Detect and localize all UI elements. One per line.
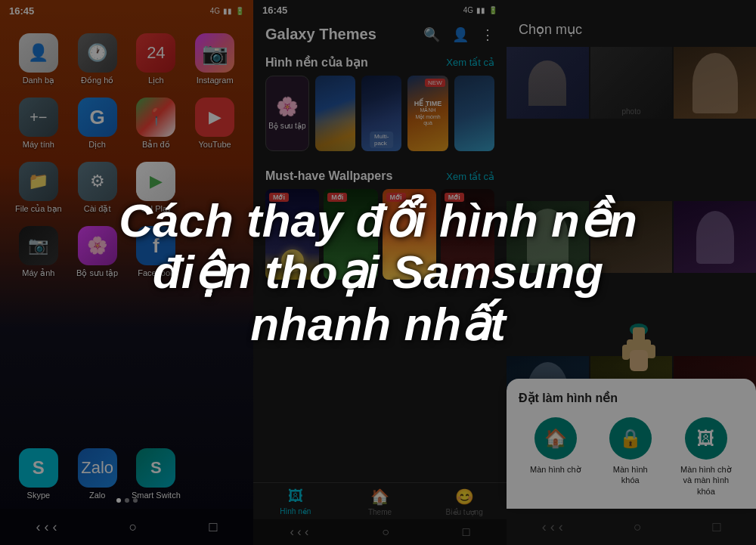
maps-icon: 📍 bbox=[136, 98, 175, 137]
app-label: Lịch bbox=[148, 76, 164, 85]
right-title: Chọn mục bbox=[519, 22, 582, 37]
smartswitch-icon: S bbox=[136, 448, 175, 488]
right-home-btn[interactable]: ○ bbox=[634, 519, 642, 535]
right-header: Chọn mục bbox=[507, 0, 756, 47]
app-skype[interactable]: S Skype bbox=[12, 448, 65, 500]
app-instagram[interactable]: 📷 Instagram bbox=[188, 33, 241, 85]
svg-rect-6 bbox=[630, 350, 648, 371]
hand-cursor bbox=[616, 318, 662, 371]
right-recent-btn[interactable]: □ bbox=[712, 519, 720, 535]
app-label: Bản đồ bbox=[142, 140, 170, 150]
app-empty2 bbox=[188, 226, 241, 278]
option-lock-screen[interactable]: 🔒 Màn hình khóa bbox=[604, 417, 657, 497]
app-label: CH Play bbox=[141, 204, 171, 213]
option-home-screen[interactable]: 🏠 Màn hình chờ bbox=[530, 417, 581, 497]
mw-night[interactable]: Mới bbox=[265, 189, 319, 280]
status-bar-left: 16:45 4G ▮▮ 🔋 bbox=[0, 0, 253, 21]
option-lock-label: Màn hình khóa bbox=[604, 464, 657, 486]
icons-nav-icon: 😊 bbox=[455, 488, 474, 506]
nav-wallpaper[interactable]: 🖼 Hình nền bbox=[253, 488, 338, 516]
nav-back[interactable]: ‹ ‹ ‹ bbox=[36, 519, 57, 535]
app-label: Đồng hồ bbox=[81, 76, 113, 85]
profile-icon[interactable]: 👤 bbox=[452, 26, 469, 43]
settings-icon: ⚙ bbox=[78, 162, 117, 201]
set-wallpaper-popup: Đặt làm hình nền 🏠 Màn hình chờ 🔒 Màn hì… bbox=[507, 379, 756, 509]
translate-icon: G bbox=[78, 98, 117, 137]
app-label: File của bạn bbox=[15, 204, 62, 214]
app-label: Instagram bbox=[197, 76, 234, 85]
nav-recent[interactable]: □ bbox=[209, 519, 218, 535]
section1-header: Hình nền của bạn Xem tất cả bbox=[253, 46, 507, 76]
status-icons-left: 4G ▮▮ 🔋 bbox=[210, 7, 244, 15]
popup-options: 🏠 Màn hình chờ 🔒 Màn hình khóa 🖼 Màn hìn… bbox=[519, 417, 744, 497]
mw-green[interactable]: Mới bbox=[324, 189, 377, 280]
mw-dark[interactable]: Mới bbox=[441, 189, 494, 280]
option-home-label: Màn hình chờ bbox=[530, 464, 581, 475]
time-left: 16:45 bbox=[9, 5, 34, 17]
section1-see-all[interactable]: Xem tất cả bbox=[446, 57, 494, 68]
nav-icons[interactable]: 😊 Biểu tượng bbox=[422, 488, 507, 516]
app-camera[interactable]: 📷 Máy ảnh bbox=[12, 226, 65, 278]
gallery-icon: 🌸 bbox=[78, 226, 117, 265]
instagram-icon: 📷 bbox=[195, 33, 234, 73]
photo-cell-5[interactable] bbox=[590, 201, 673, 273]
photo-cell-3[interactable] bbox=[674, 47, 756, 119]
app-grid: 👤 Danh bạ 🕐 Đồng hồ 24 Lịch 📷 Instagram … bbox=[0, 27, 253, 284]
time-middle: 16:45 bbox=[262, 5, 287, 16]
app-youtube[interactable]: ▶ YouTube bbox=[188, 98, 241, 150]
wallpaper-3[interactable]: HẾ TIME MẢNHMột mómh quà NEW bbox=[407, 76, 448, 151]
app-translate[interactable]: G Dịch bbox=[71, 98, 124, 150]
app-label: Dịch bbox=[88, 140, 106, 150]
app-label: Bộ sưu tập bbox=[76, 268, 118, 278]
mw-sunset[interactable]: Mới bbox=[383, 189, 436, 280]
home-btn[interactable]: ○ bbox=[382, 525, 389, 539]
app-gallery[interactable]: 🌸 Bộ sưu tập bbox=[71, 226, 124, 278]
app-dong-ho[interactable]: 🕐 Đồng hồ bbox=[71, 33, 124, 85]
app-zalo[interactable]: Zalo Zalo bbox=[71, 448, 124, 500]
themes-title: Galaxy Themes bbox=[265, 26, 423, 43]
app-calc[interactable]: +− Máy tính bbox=[12, 98, 65, 150]
photo-cell-6[interactable] bbox=[674, 201, 756, 273]
wallpaper-4[interactable] bbox=[454, 76, 494, 151]
more-icon[interactable]: ⋮ bbox=[481, 26, 494, 43]
spacer bbox=[253, 280, 507, 482]
wallpaper-1[interactable] bbox=[315, 76, 355, 151]
app-lich[interactable]: 24 Lịch bbox=[130, 33, 183, 85]
app-maps[interactable]: 📍 Bản đồ bbox=[130, 98, 183, 150]
app-label: Smart Switch bbox=[132, 491, 181, 500]
photo-cell-4[interactable] bbox=[507, 201, 589, 273]
app-chplay[interactable]: ▶ CH Play bbox=[130, 162, 183, 214]
moi-badge4: Mới bbox=[445, 193, 464, 202]
svg-rect-1 bbox=[633, 327, 645, 354]
collection-item[interactable]: 🌸 Bộ sưu tập bbox=[265, 76, 309, 151]
app-label: YouTube bbox=[199, 140, 231, 149]
collection-icon: 🌸 bbox=[276, 96, 299, 117]
app-label: Cài đặt bbox=[84, 204, 111, 214]
back-btn[interactable]: ‹ ‹ ‹ bbox=[290, 525, 308, 539]
option-both-screens[interactable]: 🖼 Màn hình chờ và màn hình khóa bbox=[680, 417, 733, 497]
files-icon: 📁 bbox=[19, 162, 58, 201]
wallpaper-2[interactable]: Multi-pack bbox=[361, 76, 401, 151]
app-files[interactable]: 📁 File của bạn bbox=[12, 162, 65, 214]
search-icon[interactable]: 🔍 bbox=[423, 26, 440, 43]
app-settings[interactable]: ⚙ Cài đặt bbox=[71, 162, 124, 214]
section2-see-all[interactable]: Xem tất cả bbox=[446, 171, 494, 182]
home-screen-icon: 🏠 bbox=[534, 417, 577, 460]
nav-theme[interactable]: 🏠 Theme bbox=[338, 488, 423, 516]
chplay-icon: ▶ bbox=[136, 162, 175, 201]
moi-badge: Mới bbox=[269, 193, 289, 202]
lock-screen-icon: 🔒 bbox=[609, 417, 652, 460]
photo-cell-2[interactable]: photo bbox=[590, 47, 673, 119]
themes-status-bar: 16:45 4G ▮▮ 🔋 bbox=[253, 0, 507, 20]
nav-home[interactable]: ○ bbox=[129, 519, 138, 535]
recent-btn[interactable]: □ bbox=[463, 525, 470, 539]
collection-label: Bộ sưu tập bbox=[268, 122, 305, 131]
photo-cell-1[interactable] bbox=[507, 47, 589, 119]
app-facebook[interactable]: f Facebook bbox=[130, 226, 183, 278]
app-danh-ba[interactable]: 👤 Danh bạ bbox=[12, 33, 65, 85]
app-label: Máy ảnh bbox=[22, 268, 54, 278]
clock-icon: 🕐 bbox=[78, 33, 117, 73]
right-back-btn[interactable]: ‹ ‹ ‹ bbox=[542, 519, 563, 535]
app-smartswitch[interactable]: S Smart Switch bbox=[130, 448, 183, 500]
themes-bottom-nav: 🖼 Hình nền 🏠 Theme 😊 Biểu tượng bbox=[253, 482, 507, 519]
